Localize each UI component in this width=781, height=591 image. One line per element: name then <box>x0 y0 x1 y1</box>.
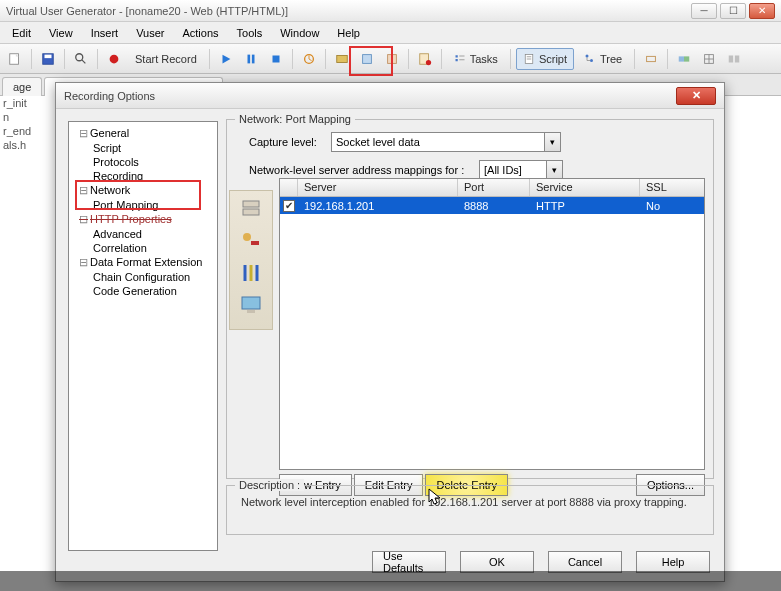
col-server[interactable]: Server <box>298 179 458 196</box>
svg-rect-11 <box>362 54 371 63</box>
svg-point-23 <box>590 59 593 62</box>
menu-actions[interactable]: Actions <box>174 25 226 41</box>
dialog-titlebar: Recording Options ✕ <box>56 83 724 109</box>
server-icon <box>239 197 263 221</box>
svg-rect-28 <box>684 56 689 61</box>
save-icon[interactable] <box>37 48 59 70</box>
dialog-close-button[interactable]: ✕ <box>676 87 716 105</box>
tree-code-gen[interactable]: Code Generation <box>93 284 215 298</box>
record-icon[interactable] <box>103 48 125 70</box>
tool-g-icon[interactable] <box>723 48 745 70</box>
description-label: Description : <box>235 479 304 491</box>
tools-icon <box>239 229 263 253</box>
tree-network[interactable]: ⊟Network <box>79 183 215 198</box>
svg-rect-32 <box>243 201 259 207</box>
use-defaults-button[interactable]: Use Defaults <box>372 551 446 573</box>
search-icon[interactable] <box>70 48 92 70</box>
description-group: Description : Network level interception… <box>226 485 714 535</box>
tree-recording[interactable]: Recording <box>93 169 215 183</box>
tool-e-icon[interactable] <box>673 48 695 70</box>
compile-icon[interactable] <box>298 48 320 70</box>
svg-rect-33 <box>243 209 259 215</box>
tree-http-properties[interactable]: ⊟HTTP Properties <box>79 212 215 227</box>
svg-point-22 <box>586 54 589 57</box>
start-record-button[interactable]: Start Record <box>128 48 204 70</box>
help-button[interactable]: Help <box>636 551 710 573</box>
svg-rect-15 <box>455 55 457 57</box>
main-toolbar: Start Record Tasks Script Tree <box>0 44 781 74</box>
tree-dfe[interactable]: ⊟Data Format Extension <box>79 255 215 270</box>
recording-options-dialog: Recording Options ✕ ⊟General Script Prot… <box>55 82 725 582</box>
options-tree[interactable]: ⊟General Script Protocols Recording ⊟Net… <box>68 121 218 551</box>
svg-rect-31 <box>735 55 739 62</box>
close-button[interactable]: ✕ <box>749 3 775 19</box>
menubar: Edit View Insert Vuser Actions Tools Win… <box>0 22 781 44</box>
table-row[interactable]: ✔ 192.168.1.201 8888 HTTP No <box>280 197 704 214</box>
mappings-for-label: Network-level server address mappings fo… <box>249 164 473 176</box>
chevron-down-icon: ▾ <box>546 161 562 179</box>
svg-rect-39 <box>242 297 260 309</box>
group-title: Network: Port Mapping <box>235 113 355 125</box>
tree-chain-config[interactable]: Chain Configuration <box>93 270 215 284</box>
tasks-button[interactable]: Tasks <box>447 48 505 70</box>
svg-rect-7 <box>252 54 255 63</box>
maximize-button[interactable]: ☐ <box>720 3 746 19</box>
stop-icon[interactable] <box>265 48 287 70</box>
ok-button[interactable]: OK <box>460 551 534 573</box>
network-icon <box>239 261 263 285</box>
tool-b-icon[interactable] <box>356 48 378 70</box>
mappings-table[interactable]: Server Port Service SSL ✔ 192.168.1.201 … <box>279 178 705 470</box>
chevron-down-icon: ▾ <box>544 133 560 151</box>
pause-icon[interactable] <box>240 48 262 70</box>
playback-overlay <box>0 571 781 591</box>
tree-protocols[interactable]: Protocols <box>93 155 215 169</box>
table-header: Server Port Service SSL <box>280 179 704 197</box>
tool-d-icon[interactable] <box>640 48 662 70</box>
tree-port-mapping[interactable]: Port Mapping <box>93 198 215 212</box>
tool-a-icon[interactable] <box>331 48 353 70</box>
tree-advanced[interactable]: Advanced <box>93 227 215 241</box>
script-button[interactable]: Script <box>516 48 574 70</box>
menu-help[interactable]: Help <box>329 25 368 41</box>
svg-point-14 <box>426 59 431 64</box>
svg-rect-12 <box>387 54 396 63</box>
menu-tools[interactable]: Tools <box>229 25 271 41</box>
cancel-button[interactable]: Cancel <box>548 551 622 573</box>
recording-options-icon[interactable] <box>414 48 436 70</box>
cell-ssl: No <box>640 199 704 213</box>
tree-script[interactable]: Script <box>93 141 215 155</box>
svg-rect-27 <box>679 56 684 61</box>
svg-line-4 <box>82 59 86 63</box>
capture-level-select[interactable]: Socket level data▾ <box>331 132 561 152</box>
cell-server: 192.168.1.201 <box>298 199 458 213</box>
row-checkbox[interactable]: ✔ <box>283 200 295 212</box>
dialog-title: Recording Options <box>64 90 155 102</box>
icon-sidebar <box>229 190 273 330</box>
col-ssl[interactable]: SSL <box>640 179 704 196</box>
tree-button[interactable]: Tree <box>577 48 629 70</box>
col-service[interactable]: Service <box>530 179 640 196</box>
play-icon[interactable] <box>215 48 237 70</box>
cell-service: HTTP <box>530 199 640 213</box>
tool-c-icon[interactable] <box>381 48 403 70</box>
tab-page[interactable]: age <box>2 77 42 96</box>
svg-rect-40 <box>247 310 255 313</box>
svg-rect-16 <box>455 59 457 61</box>
svg-rect-10 <box>337 55 348 62</box>
tree-correlation[interactable]: Correlation <box>93 241 215 255</box>
menu-view[interactable]: View <box>41 25 81 41</box>
tree-general[interactable]: ⊟General <box>79 126 215 141</box>
minimize-button[interactable]: ─ <box>691 3 717 19</box>
menu-window[interactable]: Window <box>272 25 327 41</box>
window-title: Virtual User Generator - [noname20 - Web… <box>6 5 288 17</box>
svg-rect-6 <box>247 54 250 63</box>
tool-f-icon[interactable] <box>698 48 720 70</box>
col-port[interactable]: Port <box>458 179 530 196</box>
menu-insert[interactable]: Insert <box>83 25 127 41</box>
svg-rect-30 <box>729 55 733 62</box>
new-icon[interactable] <box>4 48 26 70</box>
menu-edit[interactable]: Edit <box>4 25 39 41</box>
left-gutter: r_init n r_end als.h <box>0 96 24 152</box>
menu-vuser[interactable]: Vuser <box>128 25 172 41</box>
mappings-for-select[interactable]: [All IDs]▾ <box>479 160 563 180</box>
